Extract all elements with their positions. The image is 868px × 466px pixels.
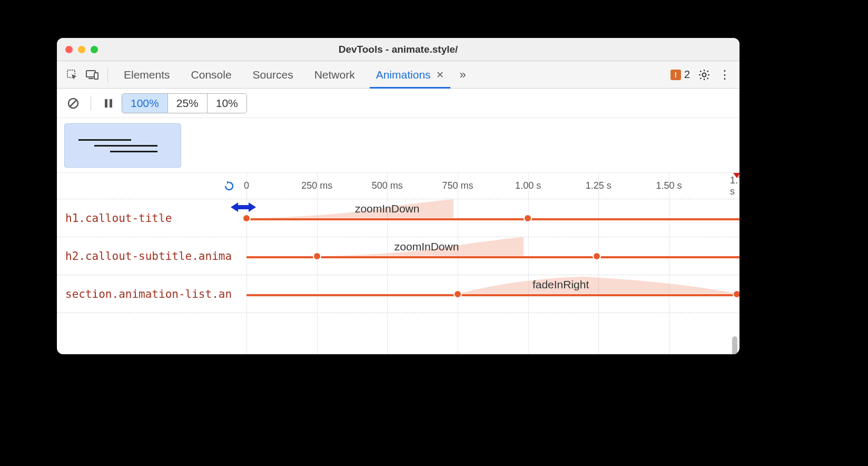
minimize-window-button[interactable] (78, 46, 85, 53)
thumb-line (110, 151, 157, 152)
devtools-window: DevTools - animate.style/ Elements Conso… (57, 38, 739, 354)
speed-10-button[interactable]: 10% (207, 94, 246, 113)
keyframe-dot[interactable] (242, 214, 251, 222)
issues-button[interactable]: ! 2 (667, 67, 693, 82)
animation-rows: h1.callout-title zoomInDown (57, 199, 739, 354)
tab-elements[interactable]: Elements (114, 61, 180, 89)
keyframe-dot[interactable] (593, 252, 601, 260)
speed-100-button[interactable]: 100% (122, 94, 167, 113)
tab-animations[interactable]: Animations ✕ (367, 61, 453, 89)
svg-point-4 (703, 73, 706, 76)
playhead-end-marker[interactable] (733, 173, 739, 182)
tab-network[interactable]: Network (305, 61, 364, 89)
tick: 1.50 s (656, 180, 682, 191)
traffic-lights (65, 46, 98, 53)
tab-label: Animations (376, 69, 431, 81)
keyframe-dot[interactable] (453, 290, 462, 298)
element-selector: h1.callout-title (57, 199, 246, 237)
separator (91, 96, 91, 111)
animation-track[interactable]: zoomInDown (246, 237, 739, 275)
settings-icon[interactable] (695, 66, 713, 84)
animation-track[interactable]: zoomInDown (246, 199, 739, 237)
thumb-line (78, 139, 131, 141)
animation-row[interactable]: h1.callout-title zoomInDown (57, 199, 739, 237)
replay-icon[interactable] (220, 177, 238, 195)
element-selector: section.animation-list.an (57, 275, 246, 313)
inspect-element-icon[interactable] (63, 66, 81, 84)
animations-toolbar: 100% 25% 10% (57, 89, 739, 118)
maximize-window-button[interactable] (91, 46, 98, 53)
animation-name: zoomInDown (394, 240, 459, 253)
svg-rect-3 (94, 73, 98, 79)
keyframe-dot[interactable] (733, 290, 739, 298)
titlebar: DevTools - animate.style/ (57, 38, 739, 61)
clear-icon[interactable] (64, 94, 82, 112)
close-window-button[interactable] (65, 46, 73, 53)
speed-selector: 100% 25% 10% (122, 93, 247, 113)
animation-bar[interactable] (246, 294, 739, 296)
tab-sources[interactable]: Sources (243, 61, 303, 89)
warning-icon: ! (670, 70, 681, 80)
thumb-line (94, 145, 157, 147)
keyframe-dot[interactable] (524, 214, 532, 222)
animation-name: zoomInDown (355, 202, 420, 215)
close-tab-icon[interactable]: ✕ (436, 69, 444, 81)
tab-console[interactable]: Console (182, 61, 241, 89)
animation-bar[interactable] (246, 218, 739, 220)
element-selector: h2.callout-subtitle.anima (57, 237, 246, 275)
animation-groups-filmstrip (57, 118, 739, 173)
animation-row[interactable]: section.animation-list.an fadeInRight (57, 275, 739, 313)
separator (107, 67, 108, 82)
pause-icon[interactable] (100, 94, 117, 112)
issues-count: 2 (684, 69, 690, 81)
tick: 750 ms (442, 180, 473, 191)
svg-rect-8 (110, 99, 112, 108)
tick: 500 ms (372, 180, 403, 191)
device-toolbar-icon[interactable] (83, 66, 101, 84)
time-ruler: 0 250 ms 500 ms 750 ms 1.00 s 1.25 s 1.5… (57, 173, 739, 199)
svg-rect-7 (105, 99, 107, 108)
animation-name: fadeInRight (532, 278, 589, 291)
window-title: DevTools - animate.style/ (57, 44, 739, 55)
more-options-icon[interactable]: ⋮ (715, 66, 733, 84)
tick: 0 (244, 180, 249, 191)
tab-bar: Elements Console Sources Network Animati… (57, 61, 739, 89)
tick: 1.00 s (515, 180, 541, 191)
more-tabs-icon[interactable]: » (456, 68, 470, 82)
tick: 1.25 s (586, 180, 611, 191)
vertical-scrollbar[interactable] (732, 336, 737, 354)
animation-row[interactable]: h2.callout-subtitle.anima zoomInDown (57, 237, 739, 275)
animation-track[interactable]: fadeInRight (246, 275, 739, 313)
tick: 250 ms (301, 180, 332, 191)
svg-line-6 (70, 100, 76, 106)
speed-25-button[interactable]: 25% (167, 94, 207, 113)
animation-group-thumbnail[interactable] (64, 123, 181, 168)
keyframe-dot[interactable] (313, 252, 321, 260)
timeline: 0 250 ms 500 ms 750 ms 1.00 s 1.25 s 1.5… (57, 173, 739, 354)
